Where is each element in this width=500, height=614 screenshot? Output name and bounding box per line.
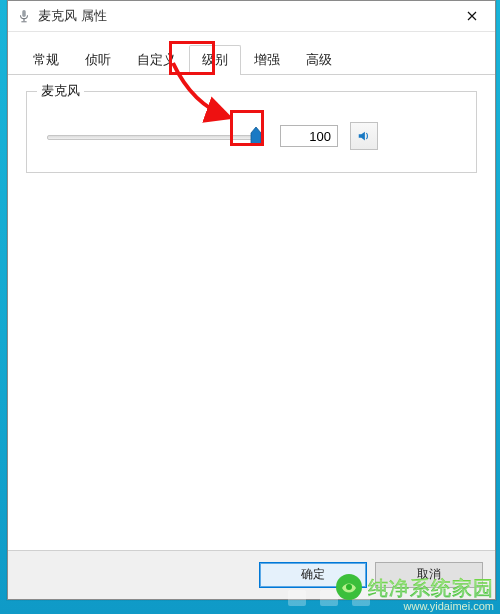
button-label: 确定	[301, 567, 325, 581]
watermark: 纯净系统家园 www.yidaimei.com	[368, 575, 494, 612]
microphone-properties-window: 麦克风 属性 常规 侦听 自定义 级别 增强 高级 麦克风	[7, 0, 496, 600]
tab-levels[interactable]: 级别	[189, 45, 241, 75]
group-label: 麦克风	[37, 82, 84, 100]
svg-point-4	[346, 584, 352, 590]
tab-enhancements[interactable]: 增强	[241, 45, 293, 75]
tab-label: 侦听	[85, 52, 111, 67]
tab-label: 增强	[254, 52, 280, 67]
mute-toggle-button[interactable]	[350, 122, 378, 150]
tab-custom[interactable]: 自定义	[124, 45, 189, 75]
tab-advanced[interactable]: 高级	[293, 45, 345, 75]
slider-thumb[interactable]	[250, 126, 262, 146]
tab-label: 级别	[202, 52, 228, 67]
tab-listen[interactable]: 侦听	[72, 45, 124, 75]
tab-label: 常规	[33, 52, 59, 67]
microphone-icon	[16, 8, 32, 24]
watermark-text: 纯净系统家园	[368, 575, 494, 602]
svg-rect-1	[23, 19, 24, 22]
microphone-volume-value[interactable]	[280, 125, 338, 147]
tab-content-levels: 麦克风	[8, 75, 495, 545]
microphone-volume-slider[interactable]	[47, 128, 262, 144]
tab-strip: 常规 侦听 自定义 级别 增强 高级	[8, 32, 495, 75]
tab-general[interactable]: 常规	[20, 45, 72, 75]
tab-label: 高级	[306, 52, 332, 67]
watermark-url: www.yidaimei.com	[368, 600, 494, 612]
microphone-level-group: 麦克风	[26, 91, 477, 173]
watermark-logo-icon	[334, 572, 364, 602]
window-title: 麦克风 属性	[38, 7, 449, 25]
titlebar: 麦克风 属性	[8, 1, 495, 32]
svg-rect-2	[21, 21, 26, 22]
tab-label: 自定义	[137, 52, 176, 67]
svg-rect-0	[22, 10, 26, 17]
close-button[interactable]	[449, 1, 495, 31]
